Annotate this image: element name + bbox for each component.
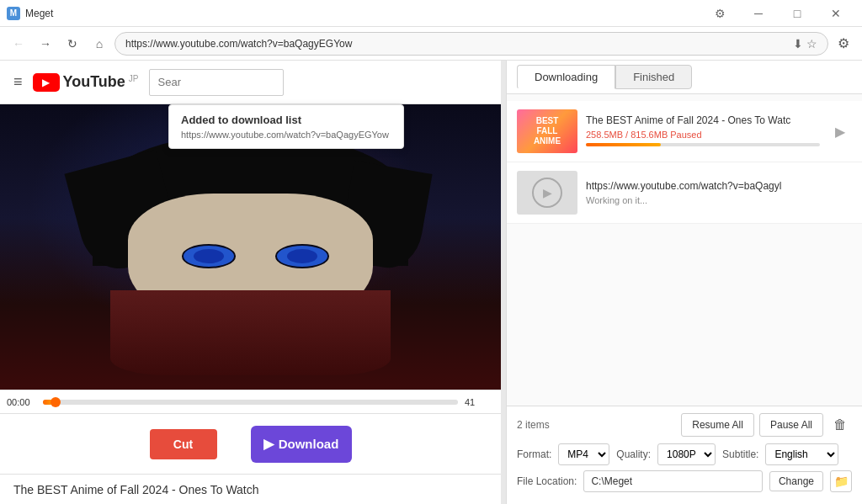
left-panel: ≡ YouTube JP Added to download list http… — [0, 61, 501, 504]
delete-button[interactable]: 🗑 — [828, 413, 852, 437]
file-location-input[interactable] — [583, 470, 763, 492]
format-row: Format: MP4 MKV AVI Quality: 1080P 720P … — [517, 443, 852, 465]
window-controls: ⚙ ─ □ ✕ — [700, 0, 855, 27]
home-button[interactable]: ⌂ — [88, 32, 111, 56]
right-panel: Downloading Finished BESTFALLANIME The B… — [506, 61, 862, 504]
download-status-2: Working on it... — [586, 195, 852, 205]
notification-title: Added to download list — [181, 114, 391, 126]
address-icons: ⬇ ☆ — [793, 37, 817, 50]
download-progress-fill-1 — [586, 143, 661, 146]
quality-label: Quality: — [616, 448, 651, 460]
maximize-button[interactable]: □ — [778, 0, 817, 27]
format-select[interactable]: MP4 MKV AVI — [558, 443, 609, 465]
quality-select[interactable]: 1080P 720P 480P — [657, 443, 716, 465]
download-tabs: Downloading Finished — [507, 61, 862, 94]
notification-url: https://www.youtube.com/watch?v=baQagyEG… — [181, 130, 391, 140]
character-clothing — [110, 290, 391, 375]
download-page-icon[interactable]: ⬇ — [793, 37, 803, 50]
youtube-logo: YouTube JP — [33, 73, 139, 92]
address-bar[interactable]: https://www.youtube.com/watch?v=baQagyEG… — [114, 32, 828, 56]
download-button[interactable]: ▶ Download — [251, 426, 352, 463]
resume-all-button[interactable]: Resume All — [681, 413, 754, 437]
youtube-logo-icon — [33, 73, 60, 92]
pause-all-button[interactable]: Pause All — [759, 413, 823, 437]
download-footer: 2 items Resume All Pause All 🗑 Format: M… — [507, 406, 862, 504]
settings-button[interactable]: ⚙ — [700, 0, 739, 27]
change-button[interactable]: Change — [769, 471, 823, 491]
minimize-button[interactable]: ─ — [739, 0, 778, 27]
download-name-2: https://www.youtube.com/watch?v=baQagyl — [586, 180, 852, 192]
download-info-2: https://www.youtube.com/watch?v=baQagyl … — [586, 180, 852, 205]
video-controls: 00:00 41 — [0, 390, 501, 413]
refresh-button[interactable]: ↻ — [61, 32, 84, 56]
video-title-bar: The BEST Anime of Fall 2024 - Ones To Wa… — [0, 474, 501, 504]
close-button[interactable]: ✕ — [817, 0, 855, 27]
youtube-logo-text: YouTube — [63, 73, 125, 91]
thumbnail-image-1: BESTFALLANIME — [517, 109, 577, 153]
youtube-header: ≡ YouTube JP Added to download list http… — [0, 61, 501, 104]
download-name-1: The BEST Anime of Fall 2024 - Ones To Wa… — [586, 114, 820, 126]
table-row: ▶ https://www.youtube.com/watch?v=baQagy… — [507, 162, 862, 224]
back-button[interactable]: ← — [7, 32, 30, 56]
subtitle-label: Subtitle: — [722, 448, 758, 460]
address-text: https://www.youtube.com/watch?v=baQagyEG… — [125, 38, 352, 50]
footer-top: 2 items Resume All Pause All 🗑 — [517, 413, 852, 437]
youtube-menu-icon[interactable]: ≡ — [13, 73, 23, 91]
footer-buttons: Resume All Pause All 🗑 — [681, 413, 852, 437]
play-circle-icon: ▶ — [532, 178, 562, 208]
forward-button[interactable]: → — [34, 32, 57, 56]
nav-bar: ← → ↻ ⌂ https://www.youtube.com/watch?v=… — [0, 27, 862, 61]
video-title: The BEST Anime of Fall 2024 - Ones To Wa… — [13, 483, 259, 496]
app-title: Meget — [25, 8, 53, 19]
subtitle-select[interactable]: English None Japanese — [765, 443, 838, 465]
anime-character — [75, 133, 426, 375]
format-label: Format: — [517, 448, 551, 460]
download-meta-1: 258.5MB / 815.6MB Paused — [586, 130, 820, 140]
notification-bubble: Added to download list https://www.youtu… — [168, 104, 404, 149]
time-start: 00:00 — [7, 397, 36, 407]
cut-button[interactable]: Cut — [150, 429, 217, 459]
video-progress-bar[interactable] — [43, 400, 458, 405]
table-row: BESTFALLANIME The BEST Anime of Fall 202… — [507, 101, 862, 162]
character-eye-left — [182, 244, 236, 268]
play-button-1[interactable]: ▶ — [828, 119, 852, 143]
youtube-logo-suffix: JP — [129, 74, 139, 83]
tab-downloading[interactable]: Downloading — [517, 65, 615, 89]
download-progress-1 — [586, 143, 820, 146]
tab-finished[interactable]: Finished — [615, 65, 692, 89]
download-button-icon: ▶ — [263, 436, 274, 452]
thumbnail-2: ▶ — [517, 171, 577, 215]
video-progress-thumb — [51, 397, 61, 407]
time-end: 41 — [465, 397, 494, 407]
app-icon: M — [7, 7, 20, 20]
download-list: BESTFALLANIME The BEST Anime of Fall 202… — [507, 94, 862, 406]
item-count: 2 items — [517, 419, 550, 431]
thumbnail-1: BESTFALLANIME — [517, 109, 577, 153]
action-bar: Cut ▶ Download — [0, 413, 501, 474]
youtube-search-input[interactable] — [149, 69, 284, 96]
download-button-label: Download — [279, 437, 339, 451]
thumbnail-placeholder-2: ▶ — [517, 171, 577, 215]
bookmark-icon[interactable]: ☆ — [806, 37, 817, 50]
file-location-label: File Location: — [517, 475, 577, 487]
download-info-1: The BEST Anime of Fall 2024 - Ones To Wa… — [586, 114, 820, 148]
title-bar: M Meget ⚙ ─ □ ✕ — [0, 0, 862, 27]
folder-button[interactable]: 📁 — [830, 470, 852, 492]
main-area: ≡ YouTube JP Added to download list http… — [0, 61, 862, 504]
character-eye-right — [275, 244, 329, 268]
file-location-row: File Location: Change 📁 — [517, 470, 852, 492]
gear-button[interactable]: ⚙ — [832, 32, 855, 56]
